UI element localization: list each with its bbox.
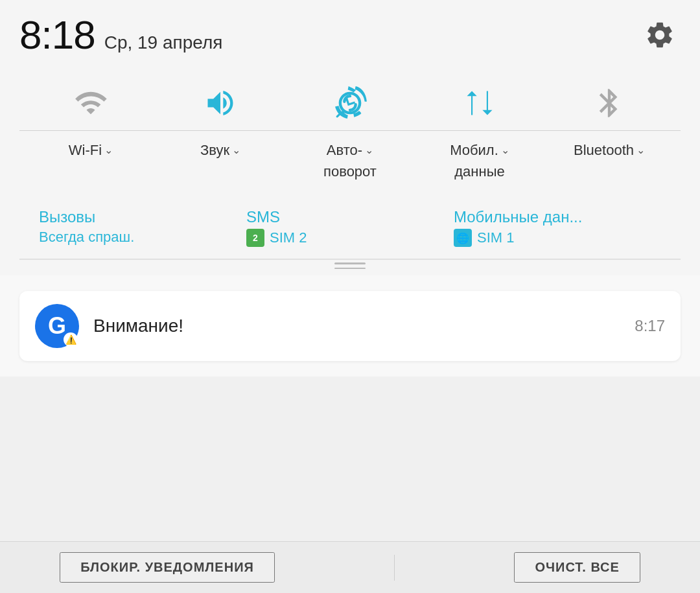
settings-button[interactable]: [639, 14, 681, 56]
wifi-svg: [74, 86, 108, 120]
quick-toggles-row: [19, 69, 681, 130]
date: Ср, 19 апреля: [104, 32, 223, 53]
sms-sub: 2 SIM 2: [246, 229, 454, 247]
gear-icon: [644, 19, 675, 51]
bluetooth-label-item[interactable]: Bluetooth⌄: [544, 141, 674, 160]
notification-card[interactable]: G ⚠️ Внимание! 8:17: [19, 291, 681, 361]
mobile-data-title: Мобильные дан...: [454, 208, 661, 226]
mobile-data-sim-label: SIM 1: [477, 229, 514, 246]
wifi-label: Wi-Fi⌄: [69, 141, 113, 160]
toggle-labels-row: Wi-Fi⌄ Звук⌄ Авто-⌄ поворот Мобил.⌄: [19, 131, 681, 194]
time-date: 8:18 Ср, 19 апреля: [19, 12, 222, 58]
sound-svg: [204, 86, 237, 120]
autorotate-toggle[interactable]: [285, 82, 415, 124]
mobiledata-svg: [463, 86, 496, 120]
notif-time: 8:17: [635, 317, 665, 335]
sim2-badge: 2: [246, 229, 264, 247]
block-notifications-button[interactable]: БЛОКИР. УВЕДОМЛЕНИЯ: [60, 552, 275, 583]
mobile-data-item[interactable]: Мобильные дан... 🌐 SIM 1: [454, 208, 661, 247]
wifi-icon: [70, 82, 111, 124]
wifi-label-item[interactable]: Wi-Fi⌄: [26, 141, 156, 160]
notif-badge-icon: ⚠️: [64, 332, 78, 347]
sim-row: Вызовы Всегда спраш. SMS 2 SIM 2 Мобильн…: [19, 194, 681, 260]
calls-item[interactable]: Вызовы Всегда спраш.: [39, 208, 246, 246]
autorotate-label-item[interactable]: Авто-⌄ поворот: [285, 141, 415, 181]
notif-title: Внимание!: [93, 316, 183, 336]
clear-all-button[interactable]: ОЧИСТ. ВСЕ: [514, 552, 640, 583]
autorotate-icon: [329, 82, 371, 124]
autorotate-svg: [333, 86, 367, 120]
mobile-data-sub: 🌐 SIM 1: [454, 229, 661, 247]
sound-label-item[interactable]: Звук⌄: [156, 141, 285, 160]
bluetooth-label: Bluetooth⌄: [574, 141, 645, 160]
sms-title: SMS: [246, 208, 454, 226]
calls-title: Вызовы: [39, 208, 246, 226]
notif-content: Внимание!: [93, 316, 620, 336]
status-bar: 8:18 Ср, 19 апреля: [19, 12, 681, 69]
calls-sub: Всегда спраш.: [39, 229, 246, 246]
notif-avatar: G ⚠️: [35, 304, 79, 348]
mobiledata-label: Мобил.⌄ данные: [450, 141, 509, 181]
sms-sim-label: SIM 2: [270, 229, 307, 246]
sound-icon: [200, 82, 241, 124]
bluetooth-icon: [589, 82, 630, 124]
bottom-divider: [394, 555, 395, 581]
mobiledata-label-item[interactable]: Мобил.⌄ данные: [415, 141, 544, 181]
sound-label: Звук⌄: [200, 141, 240, 160]
mobiledata-toggle[interactable]: [415, 82, 544, 124]
sms-item[interactable]: SMS 2 SIM 2: [246, 208, 454, 247]
bluetooth-svg: [592, 86, 626, 120]
sound-toggle[interactable]: [156, 82, 285, 124]
wifi-toggle[interactable]: [26, 82, 156, 124]
clock: 8:18: [19, 12, 95, 58]
notification-area: G ⚠️ Внимание! 8:17: [0, 275, 700, 377]
bluetooth-toggle[interactable]: [544, 82, 674, 124]
sim1-badge: 🌐: [454, 229, 472, 247]
autorotate-label: Авто-⌄ поворот: [323, 141, 377, 181]
drag-handle[interactable]: [19, 260, 681, 275]
mobiledata-icon: [459, 82, 500, 124]
bottom-bar: БЛОКИР. УВЕДОМЛЕНИЯ ОЧИСТ. ВСЕ: [0, 541, 700, 593]
